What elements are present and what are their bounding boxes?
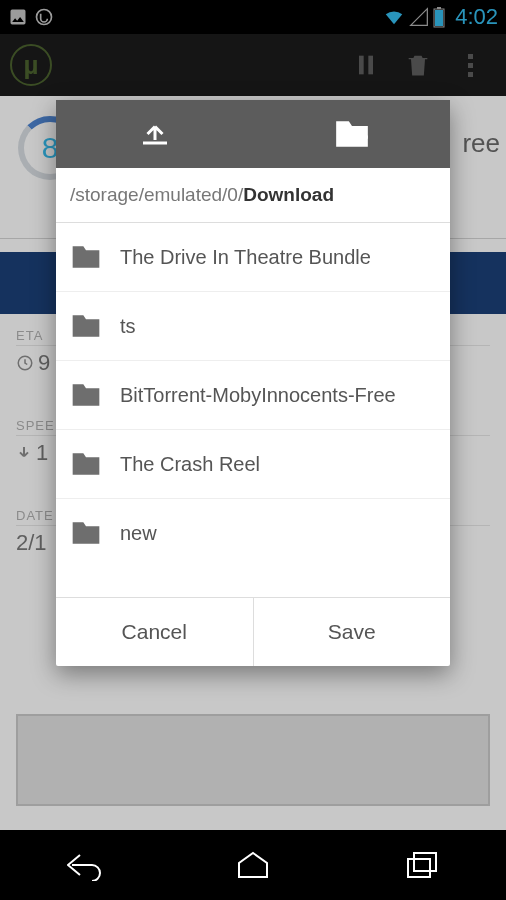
folder-icon: [70, 310, 102, 342]
folder-item[interactable]: The Crash Reel: [56, 430, 450, 499]
folder-name: BitTorrent-MobyInnocents-Free: [120, 384, 396, 407]
cancel-button[interactable]: Cancel: [56, 598, 253, 666]
folder-icon: [70, 517, 102, 549]
new-folder-button[interactable]: [253, 100, 450, 168]
current-path: /storage/emulated/0/Download: [56, 168, 450, 223]
folder-name: The Drive In Theatre Bundle: [120, 246, 371, 269]
svg-rect-8: [414, 853, 436, 871]
folder-picker-dialog: /storage/emulated/0/Download The Drive I…: [56, 100, 450, 666]
folder-item[interactable]: new: [56, 499, 450, 567]
svg-rect-7: [408, 859, 430, 877]
navbar: [0, 830, 506, 900]
back-button[interactable]: [50, 840, 118, 890]
folder-name: The Crash Reel: [120, 453, 260, 476]
folder-item[interactable]: The Drive In Theatre Bundle: [56, 223, 450, 292]
path-base: /storage/emulated/0/: [70, 184, 243, 205]
folder-item[interactable]: BitTorrent-MobyInnocents-Free: [56, 361, 450, 430]
up-folder-button[interactable]: [56, 100, 253, 168]
folder-up-icon: [137, 116, 173, 152]
path-current: Download: [243, 184, 334, 205]
folder-item[interactable]: ts: [56, 292, 450, 361]
home-button[interactable]: [219, 840, 287, 890]
folder-icon: [70, 379, 102, 411]
save-button[interactable]: Save: [253, 598, 451, 666]
recents-button[interactable]: [388, 840, 456, 890]
recents-icon: [404, 849, 440, 881]
new-folder-icon: [333, 115, 371, 153]
folder-icon: [70, 241, 102, 273]
back-icon: [64, 849, 104, 881]
folder-name: ts: [120, 315, 136, 338]
home-icon: [235, 849, 271, 881]
folder-icon: [70, 448, 102, 480]
folder-name: new: [120, 522, 157, 545]
